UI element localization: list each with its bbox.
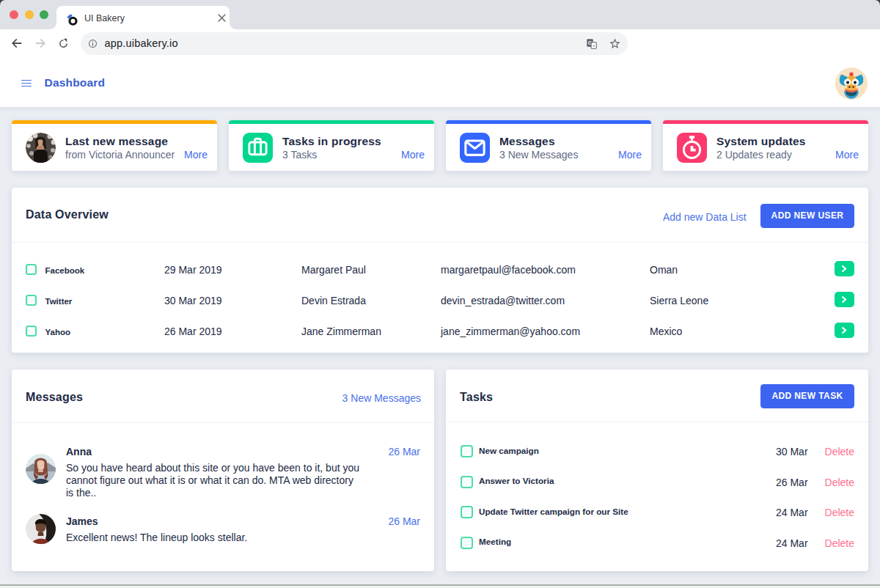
- svg-text:x: x: [593, 43, 595, 48]
